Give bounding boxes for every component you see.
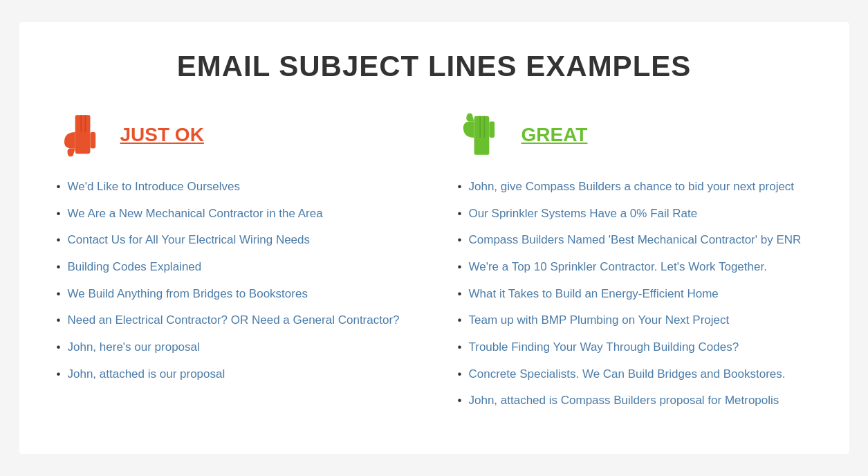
list-item: Building Codes Explained — [54, 259, 414, 276]
list-item: John, attached is Compass Builders propo… — [455, 392, 815, 410]
list-item: Concrete Specialists. We Can Build Bridg… — [455, 366, 815, 383]
svg-rect-9 — [489, 122, 495, 138]
list-item: We're a Top 10 Sprinkler Contractor. Let… — [455, 259, 815, 276]
list-item: What it Takes to Build an Energy-Efficie… — [455, 286, 815, 303]
list-item: Contact Us for All Your Electrical Wirin… — [54, 232, 414, 249]
list-item: John, give Compass Builders a chance to … — [455, 178, 815, 196]
just-ok-header: JUST OK — [54, 111, 414, 159]
great-column: GREAT John, give Compass Builders a chan… — [455, 111, 815, 419]
just-ok-list: We'd Like to Introduce OurselvesWe Are a… — [54, 178, 414, 383]
columns-container: JUST OK We'd Like to Introduce Ourselves… — [54, 111, 815, 419]
svg-rect-4 — [90, 132, 95, 148]
page-title: EMAIL SUBJECT LINES EXAMPLES — [54, 50, 815, 83]
list-item: Need an Electrical Contractor? OR Need a… — [54, 312, 414, 329]
just-ok-label: JUST OK — [120, 124, 204, 146]
thumbs-down-icon — [54, 111, 109, 159]
thumbs-up-icon — [455, 111, 510, 159]
list-item: We Build Anything from Bridges to Bookst… — [54, 286, 414, 303]
great-header: GREAT — [455, 111, 815, 159]
svg-rect-1 — [75, 115, 90, 134]
great-label: GREAT — [521, 124, 588, 146]
list-item: We Are a New Mechanical Contractor in th… — [54, 205, 414, 223]
main-card: EMAIL SUBJECT LINES EXAMPLES — [19, 22, 849, 454]
list-item: John, attached is our proposal — [54, 366, 414, 383]
list-item: Our Sprinkler Systems Have a 0% Fail Rat… — [455, 205, 815, 223]
list-item: Team up with BMP Plumbing on Your Next P… — [455, 312, 815, 329]
svg-rect-0 — [75, 132, 90, 154]
list-item: Trouble Finding Your Way Through Buildin… — [455, 339, 815, 356]
svg-rect-6 — [474, 136, 489, 155]
list-item: John, here's our proposal — [54, 339, 414, 356]
list-item: Compass Builders Named 'Best Mechanical … — [455, 232, 815, 249]
list-item: We'd Like to Introduce Ourselves — [54, 178, 414, 196]
great-list: John, give Compass Builders a chance to … — [455, 178, 815, 410]
svg-rect-5 — [474, 116, 489, 138]
just-ok-column: JUST OK We'd Like to Introduce Ourselves… — [54, 111, 414, 419]
